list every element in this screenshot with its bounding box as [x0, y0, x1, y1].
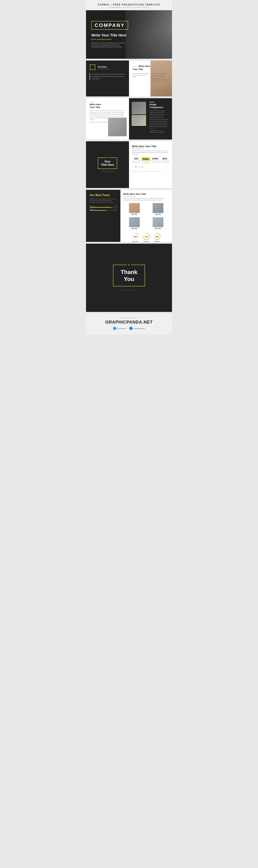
- circle1-label: Write Title: [133, 241, 138, 242]
- member4-photo: [153, 217, 163, 227]
- slide-hero: COMPANY Write Your Title Here Write Some…: [86, 10, 172, 59]
- slide-thankyou: + Thank You Write Something Here: [86, 244, 172, 312]
- photo-pair: [132, 102, 146, 126]
- send-icon: ✉: [141, 166, 143, 168]
- member2-name: Write Title: [155, 214, 161, 215]
- title-box-dark: + Your Title Here: [98, 157, 117, 169]
- quote-box: "Successful people do what unsuccessful …: [89, 73, 125, 80]
- member1-photo: [129, 203, 140, 213]
- thank-you-box: + Thank You: [113, 265, 145, 286]
- slide4-left: + Your Title Here Write Something Here: [86, 141, 129, 188]
- accent-y: [150, 102, 154, 102]
- slide3-left-col: Write Here Your Title With this in mind …: [86, 98, 129, 140]
- facebook-icon: f: [130, 327, 133, 330]
- company-label: COMPANY: [95, 23, 125, 28]
- stat3-value: $3000: [151, 157, 160, 160]
- yellow-accent-box: [90, 64, 95, 70]
- hero-title: Write Your Title Here: [91, 33, 128, 37]
- settings-icon: ⚙: [135, 166, 137, 168]
- member2-role: A company is an...: [154, 215, 162, 216]
- slide3-right-body2: Additionally, a firm's finance departmen…: [150, 130, 169, 133]
- slide3-title: Write Here Your Title: [89, 102, 125, 108]
- slide-stats: + Your Title Here Write Something Here W…: [86, 141, 172, 188]
- slide3-photo: [108, 117, 127, 137]
- twitter-handle: graphicpanda: [117, 328, 126, 329]
- member2-photo: [153, 203, 163, 213]
- svg-text:75%: 75%: [145, 236, 148, 238]
- twitter-icon: 🐦: [113, 327, 116, 330]
- slide5-right: Write Here Your Title Write Something He…: [120, 190, 172, 242]
- stat2-label: The term 'marketing concept' pertains.: [141, 161, 150, 164]
- circle-3: 60% Write Title Title Five: [153, 232, 161, 242]
- stat-1: 25% The term 'marketing concept' pertain…: [132, 157, 141, 164]
- slide4-subtitle: Write Something Here: [132, 148, 169, 149]
- quote-text: "Successful people do what unsuccessful …: [92, 73, 125, 80]
- slide4-right: Write Here Your Title Write Something He…: [129, 141, 172, 188]
- circle3-label: Write Title: [154, 241, 160, 242]
- person-role: Write Something Here: [98, 68, 125, 69]
- bar2-label: Title Two: [89, 209, 94, 210]
- member3-name: Write Title: [131, 228, 138, 229]
- member3-photo: [129, 217, 140, 227]
- team-member-2: Write Title A company is an...: [147, 203, 169, 216]
- slide5-left: Our Best Team Additionally, a firm's fin…: [86, 190, 120, 242]
- footer-brand: GRAPHICPANDA.NET: [88, 320, 170, 324]
- facebook-item[interactable]: f graphicpandablog: [130, 327, 145, 330]
- twitter-item[interactable]: 🐦 graphicpanda: [113, 327, 126, 330]
- team-member-3: Write Title A company is an...: [123, 217, 146, 230]
- slide2-col1: The production department would then sta…: [133, 73, 150, 83]
- slide5-title: Write Here Your Title: [123, 193, 169, 195]
- plus-icon: +: [106, 156, 109, 159]
- slide4-title: Write Here Your Title: [132, 145, 169, 148]
- stat3-label: The term 'marketing concept' pertains.: [151, 160, 160, 163]
- circle-svg-1: 20%: [132, 232, 139, 241]
- header-sub-title: POWERPOINT | KEYNOTE | GOOGLE SLIDES: [88, 6, 170, 8]
- footer-social: 🐦 graphicpanda f graphicpandablog: [88, 327, 170, 330]
- facebook-handle: graphicpandablog: [134, 328, 145, 329]
- member4-role: A company is an...: [154, 229, 162, 230]
- progress-track-1: [89, 207, 117, 208]
- slide5-desc: Additionally, a firm's finance departmen…: [123, 198, 169, 201]
- slide-quote: Jim Rohn Write Something Here "Successfu…: [86, 61, 172, 96]
- stat1-value: 25%: [132, 157, 141, 160]
- circle2-label: Write Title: [144, 241, 149, 242]
- progress-fill-2: [89, 210, 106, 211]
- bar1-value: 80%: [115, 206, 117, 207]
- progress-2: Title Two 60%: [89, 209, 117, 211]
- stat4-value: $200: [160, 157, 169, 160]
- hero-body: Additionally, a firm's finance departmen…: [91, 42, 127, 48]
- slide2-body: The production department would then sta…: [133, 73, 169, 83]
- icons-row: ✓ ⚙ ≡ ✉: [132, 166, 169, 168]
- slide4-footer: Additionally, a firm's finance departmen…: [132, 170, 169, 172]
- bar1-label: Title One: [89, 206, 94, 207]
- svg-text:60%: 60%: [155, 236, 158, 238]
- write-here-title: Write Here Your Title: [133, 65, 169, 71]
- slide3-right-body1: With this in mind, the marketing departm…: [150, 110, 169, 129]
- company-box: COMPANY: [91, 21, 128, 30]
- team-member-1: Write Title A company is an...: [123, 203, 146, 216]
- footer-download: DOWNLOAD MORE: [88, 317, 170, 319]
- stat2-value: $5000: [141, 157, 150, 161]
- person-name: Jim Rohn: [98, 66, 125, 68]
- photo-box-2: [132, 115, 146, 126]
- quote-col: Jim Rohn Write Something Here "Successfu…: [86, 61, 129, 96]
- team-title: Our Best Team: [89, 193, 117, 197]
- filter-icon: ≡: [139, 166, 140, 168]
- photo-box-1: [132, 102, 146, 114]
- bar2-value: 60%: [115, 209, 117, 210]
- slide-team: Our Best Team Additionally, a firm's fin…: [86, 190, 172, 242]
- svg-text:20%: 20%: [134, 236, 137, 238]
- header-main-title: FORMAL - FREE PRESENTATION TEMPLATE: [88, 3, 170, 6]
- progress-fill-1: [89, 207, 111, 208]
- slide-comparison: Write Here Your Title With this in mind …: [86, 98, 172, 140]
- stat-4: $200 The term 'marketing concept' pertai…: [160, 157, 169, 164]
- stat-2: $5000 The term 'marketing concept' perta…: [141, 157, 150, 164]
- circles-row: 20% Write Title Title Two 75% Write Titl…: [123, 232, 169, 242]
- circle-svg-3: 60%: [153, 232, 161, 241]
- stat4-label: The term 'marketing concept' pertains.: [160, 160, 169, 163]
- circle-1: 20% Write Title Title Two: [132, 232, 139, 242]
- circle-svg-2: 75%: [142, 232, 150, 241]
- member1-role: A company is an...: [131, 215, 139, 216]
- write-here-col: Write Here Your Title The production dep…: [129, 61, 172, 96]
- slide2-col2: The production department would then sta…: [151, 73, 169, 83]
